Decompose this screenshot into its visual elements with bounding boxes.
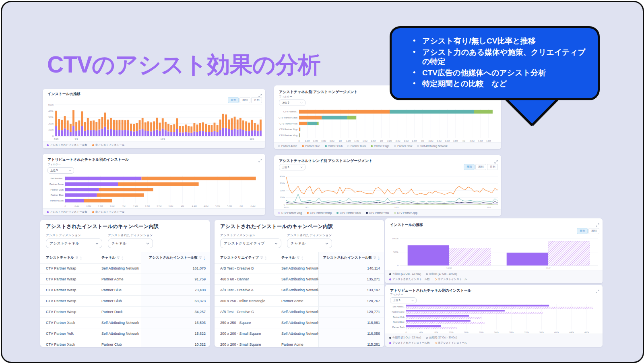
legend-item[interactable]: アシストされたインストール数 [389, 278, 430, 281]
table-row[interactable]: 200 x 200 - Small SquareSelf Attributing… [215, 328, 384, 339]
legend-item[interactable]: Partner Duck [347, 145, 366, 147]
legend-item[interactable]: CTV Partner Wasp [307, 212, 332, 214]
svg-text:0: 0 [52, 135, 54, 137]
legend-item[interactable]: 非アシストインストール [92, 210, 125, 214]
legend-item[interactable]: CTV Partner Xack [336, 212, 361, 214]
table-row[interactable]: 300 x 250 - Inline RectanglePartner Acme… [215, 296, 384, 307]
svg-text:2.8M: 2.8M [145, 205, 150, 207]
callout-bullet-list: ●アシスト有り/無しCV比率と推移 ●アシスト力のある媒体や施策、クリエイティブ… [406, 36, 588, 89]
table-body: CTV Partner WaspSelf Attributing Network… [40, 263, 210, 347]
toggle-daily[interactable]: 日別 [464, 164, 475, 170]
column-header[interactable]: アシストされたインストール数 [318, 252, 384, 263]
legend-item[interactable]: アシストされたインストール数 [47, 210, 87, 214]
topn-select[interactable]: 上位 5 [279, 164, 305, 170]
table-row[interactable]: A/B Test - Creative ASelf Attributing Ne… [215, 285, 384, 296]
svg-text:Self Attribut..: Self Attribut.. [50, 177, 64, 180]
bullet-icon: ● [406, 48, 422, 66]
svg-text:300k: 300k [48, 116, 54, 118]
svg-text:10/1: 10/1 [394, 206, 399, 209]
legend-item[interactable]: 今期間 (31 Oct - 12 Nov) [389, 272, 421, 276]
table-row[interactable]: A/B Test - Creative CSelf Attributing Ne… [215, 307, 384, 317]
legend-item[interactable]: 今期間 (31 Oct - 12 Nov) [389, 336, 421, 340]
expand-icon[interactable] [494, 158, 498, 162]
toggle-monthly[interactable]: 月別 [487, 164, 498, 170]
table-cell: Partner Blue [96, 288, 141, 292]
legend-item[interactable]: 非アシストインストール [435, 341, 467, 345]
column-header[interactable]: アシストチャネル [40, 252, 96, 263]
table-row[interactable]: 200 x 200 - Small SquarePartner Acme115,… [215, 339, 384, 347]
legend-item[interactable]: CTV Partner Zipp [394, 212, 418, 214]
table-row[interactable]: CTV Partner WaspPartner Club63,373 [40, 296, 210, 307]
table-cell: Partner Club [96, 342, 141, 346]
table-row[interactable]: CTV Partner WaspPartner Duck34,257 [40, 307, 210, 317]
svg-text:0: 0 [284, 203, 285, 206]
legend-item[interactable]: Partner Blue [302, 145, 320, 147]
table-row[interactable]: CTV Partner XackSelf Attributing Network… [40, 317, 210, 328]
toggle-daily[interactable]: 日別 [228, 97, 239, 103]
filter-label: フィルター [390, 293, 417, 297]
toggle-monthly[interactable]: 月別 [251, 97, 262, 103]
svg-text:400k: 400k [48, 110, 54, 112]
table-row[interactable]: A/B Test - Creative BSelf Attributing Ne… [215, 263, 384, 274]
chevron-down-icon [275, 243, 278, 245]
panel-campaign-breakdown-channel: アシストされたインストールのキャンペーン内訳 アシストディメンション アシストチ… [40, 220, 210, 347]
column-header[interactable]: アシストクリエイティブ [215, 252, 276, 263]
column-header[interactable]: アシストされたインストール数 [141, 252, 210, 263]
table-cell: Self Attributing Network [276, 277, 318, 281]
toggle-weekly[interactable]: 週別 [239, 97, 250, 103]
legend-item[interactable]: CTV Partner Vlog [278, 212, 302, 214]
legend-item[interactable]: Partner Club [325, 145, 343, 147]
toggle-weekly[interactable]: 週別 [588, 228, 599, 234]
legend-item[interactable]: Partner Acme [278, 145, 297, 147]
toggle-weekly[interactable]: 週別 [475, 164, 486, 170]
expand-icon[interactable] [596, 221, 599, 225]
legend-item[interactable]: Partner Edge [371, 145, 389, 147]
legend-item[interactable]: アシストされたインストール数 [47, 143, 87, 147]
sort-icon [264, 256, 267, 260]
table-row[interactable]: CTV Partner YolkSelf Attributing Network… [40, 328, 210, 339]
panel-title: インストールの推移 [390, 222, 423, 228]
topn-select[interactable]: 上位 5 [47, 167, 74, 174]
legend-item[interactable]: 非アシストインストール [435, 278, 467, 281]
assisted-dimension-select[interactable]: チャネル [108, 239, 153, 248]
expand-icon[interactable] [258, 157, 262, 160]
bullet-icon: ● [406, 79, 422, 89]
table-row[interactable]: CTV Partner WaspSelf Attributing Network… [40, 263, 210, 274]
svg-text:11/1: 11/1 [487, 206, 491, 209]
topn-select[interactable]: 上位 5 [279, 100, 305, 106]
expand-icon[interactable] [596, 288, 599, 291]
topn-value: 上位 5 [282, 101, 289, 105]
table-cell: CTV Partner Yolk [40, 332, 96, 336]
legend-item[interactable]: アシストされたインストール数 [389, 341, 430, 345]
legend-item[interactable]: Partner Flow [394, 145, 412, 147]
assist-dimension-select[interactable]: アシストチャネル [46, 239, 102, 248]
column-header[interactable]: チャネル [96, 252, 141, 263]
table-row[interactable]: CTV Partner XackPartner Club10,322 [40, 339, 210, 347]
column-header[interactable]: チャネル [276, 252, 318, 263]
table-cell: 120,771 [318, 307, 384, 317]
svg-text:CTV Partner Vlog: CTV Partner Vlog [279, 134, 297, 137]
legend-item[interactable]: Self Attributing Network [417, 145, 448, 147]
svg-text:3.2M: 3.2M [157, 205, 161, 207]
topn-select[interactable]: 上位 5 [390, 297, 417, 303]
assist-dimension-select[interactable]: アシストクリエイティブ [220, 239, 281, 248]
table-row[interactable]: 468 x 60 - BannerSelf Attributing Networ… [215, 274, 384, 285]
table-cell: A/B Test - Creative A [215, 288, 276, 292]
legend-item[interactable]: 非アシストインストール [92, 143, 125, 147]
table-cell: Self Attributing Network [276, 288, 318, 292]
expand-icon[interactable] [258, 92, 262, 95]
legend-item[interactable]: 前期間 (17 Oct - 30 Oct) [426, 336, 457, 340]
toggle-daily[interactable]: 日別 [577, 228, 588, 234]
legend-item[interactable]: CTV Partner Yolk [366, 212, 389, 214]
table-row[interactable]: 250 x 250 - SquareSelf Attributing Netwo… [215, 317, 384, 328]
legend-item[interactable]: 前期間 (17 Oct - 30 Oct) [426, 272, 457, 276]
svg-text:9/1: 9/1 [305, 206, 309, 209]
chevron-down-icon [146, 243, 149, 245]
table-row[interactable]: CTV Partner WaspPartner Acme91,759 [40, 274, 210, 285]
assisted-dimension-select[interactable]: チャネル [287, 239, 332, 248]
table-cell: 63,373 [141, 296, 210, 306]
svg-text:Partner Acme: Partner Acme [392, 311, 405, 313]
table-row[interactable]: CTV Partner WaspPartner Blue73,408 [40, 285, 210, 296]
svg-text:Partner Duck: Partner Duck [392, 326, 405, 328]
filter-icon [373, 256, 376, 259]
